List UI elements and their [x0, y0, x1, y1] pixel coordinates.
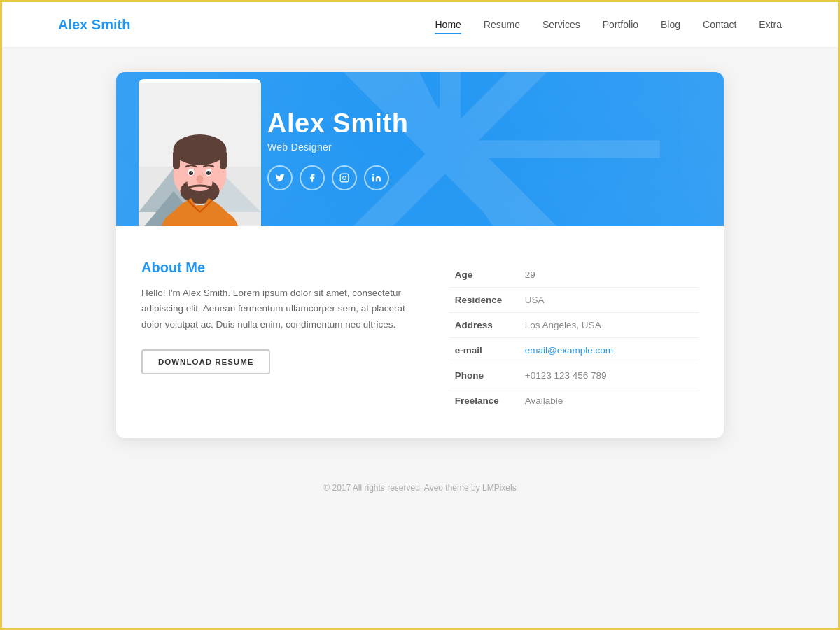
- avatar-container: [139, 79, 261, 226]
- info-value: Available: [519, 388, 699, 414]
- facebook-link[interactable]: [300, 165, 325, 190]
- info-label: Residence: [449, 288, 519, 313]
- instagram-link[interactable]: [332, 165, 357, 190]
- svg-rect-29: [340, 174, 349, 182]
- table-row: Age29: [449, 262, 699, 288]
- table-row: Phone+0123 123 456 789: [449, 363, 699, 388]
- info-label: Age: [449, 262, 519, 288]
- svg-point-25: [206, 171, 211, 175]
- hero-info: Alex Smith Web Designer: [256, 108, 408, 190]
- nav-link-extra[interactable]: Extra: [759, 19, 782, 33]
- about-right: Age29ResidenceUSAAddressLos Angeles, USA…: [449, 260, 699, 413]
- svg-rect-19: [220, 150, 227, 169]
- hero-name: Alex Smith: [267, 108, 408, 139]
- info-value: +0123 123 456 789: [519, 363, 699, 388]
- nav-link-contact[interactable]: Contact: [703, 19, 736, 33]
- table-row: ResidenceUSA: [449, 288, 699, 313]
- info-value[interactable]: email@example.com: [519, 338, 699, 363]
- svg-rect-18: [173, 150, 180, 169]
- site-logo[interactable]: Alex Smith: [58, 17, 130, 33]
- svg-line-2: [450, 149, 660, 226]
- info-table: Age29ResidenceUSAAddressLos Angeles, USA…: [449, 262, 699, 413]
- nav-menu: HomeResumeServicesPortfolioBlogContactEx…: [435, 18, 782, 31]
- svg-point-28: [197, 175, 204, 183]
- table-row: AddressLos Angeles, USA: [449, 313, 699, 338]
- table-row: e-mailemail@example.com: [449, 338, 699, 363]
- svg-point-17: [174, 134, 227, 165]
- hero-section: Alex Smith Web Designer: [116, 72, 724, 226]
- svg-line-1: [450, 72, 660, 149]
- linkedin-link[interactable]: [364, 165, 389, 190]
- svg-line-7: [450, 149, 590, 226]
- info-label: e-mail: [449, 338, 519, 363]
- info-label: Phone: [449, 363, 519, 388]
- svg-point-26: [191, 172, 192, 173]
- profile-card: Alex Smith Web Designer: [116, 72, 724, 438]
- svg-point-31: [372, 174, 374, 175]
- nav-link-resume[interactable]: Resume: [484, 19, 520, 33]
- page-footer: © 2017 All rights reserved. Aveo theme b…: [2, 463, 838, 507]
- footer-text: © 2017 All rights reserved. Aveo theme b…: [323, 483, 516, 493]
- svg-point-27: [209, 172, 210, 173]
- info-label: Address: [449, 313, 519, 338]
- about-section: About Me Hello! I'm Alex Smith. Lorem ip…: [116, 234, 724, 438]
- info-value: Los Angeles, USA: [519, 313, 699, 338]
- about-heading: About Me: [141, 260, 416, 276]
- nav-link-portfolio[interactable]: Portfolio: [603, 19, 638, 33]
- info-value: 29: [519, 262, 699, 288]
- download-resume-button[interactable]: DOWNLOAD RESUME: [141, 349, 270, 374]
- navbar: Alex Smith HomeResumeServicesPortfolioBl…: [2, 2, 838, 47]
- social-links: [267, 165, 408, 190]
- info-value: USA: [519, 288, 699, 313]
- about-bio: Hello! I'm Alex Smith. Lorem ipsum dolor…: [141, 286, 416, 332]
- info-label: Freelance: [449, 388, 519, 414]
- nav-link-services[interactable]: Services: [542, 19, 580, 33]
- svg-point-24: [189, 171, 193, 175]
- nav-link-blog[interactable]: Blog: [661, 19, 680, 33]
- table-row: FreelanceAvailable: [449, 388, 699, 414]
- about-left: About Me Hello! I'm Alex Smith. Lorem ip…: [141, 260, 416, 413]
- hero-title: Web Designer: [267, 141, 408, 153]
- page-content: Alex Smith Web Designer: [105, 72, 735, 438]
- twitter-link[interactable]: [267, 165, 293, 190]
- nav-link-home[interactable]: Home: [435, 19, 461, 34]
- avatar: [139, 83, 261, 226]
